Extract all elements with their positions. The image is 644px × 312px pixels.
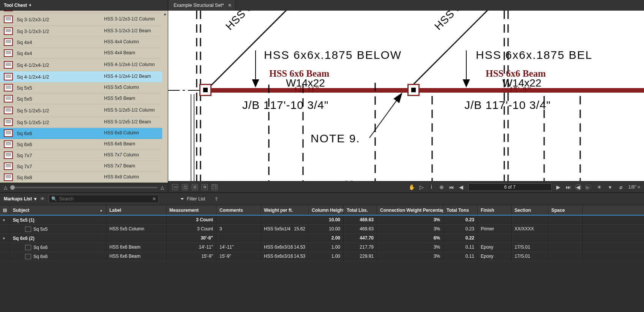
table-group-row[interactable]: ▾ Sq 6x6 (2) 30'-8" 2.00 447.70 6% 0.22 bbox=[0, 234, 644, 243]
tool-item-icon bbox=[4, 118, 13, 126]
first-page-icon[interactable]: ⏮ bbox=[448, 184, 455, 190]
close-icon[interactable]: ✕ bbox=[228, 3, 232, 8]
split-horizontal-icon[interactable]: ⊟ bbox=[192, 184, 198, 190]
search-input[interactable] bbox=[59, 196, 150, 202]
zoom-out-icon[interactable]: △ bbox=[4, 185, 7, 190]
drawing-len2: 15'-9" bbox=[509, 85, 532, 95]
column-subject[interactable]: Subject ▲ bbox=[10, 205, 106, 215]
drawing-jb1: J/B 117'-10 3/4" bbox=[242, 99, 329, 112]
column-height[interactable]: Column Height bbox=[309, 205, 344, 215]
tool-chest-item[interactable]: Sq 5-1/2x5-1/2HSS 5-1/2x5-1/2 Beam bbox=[0, 117, 162, 128]
pan-icon[interactable]: ✋ bbox=[409, 184, 415, 190]
single-page-icon[interactable]: ▭ bbox=[172, 184, 178, 190]
column-cwp[interactable]: Connection Weight Percentage bbox=[377, 205, 444, 215]
tool-chest-item[interactable]: Sq 5x5HSS 5x5 Beam bbox=[0, 93, 162, 104]
tool-chest-item[interactable]: Sq 6x6HSS 6x6 Beam bbox=[0, 139, 162, 150]
column-label[interactable]: Label bbox=[106, 205, 166, 215]
document-tab[interactable]: Example Structural Set* ✕ bbox=[168, 0, 236, 11]
collapse-icon[interactable]: ▾ bbox=[3, 218, 5, 222]
tool-chest-item[interactable]: Sq 4-1/2x4-1/2HSS 4-1/2x4-1/2 Column bbox=[0, 59, 162, 71]
markups-table: ⊟ Subject ▲ Label Measurement Comments W… bbox=[0, 205, 644, 312]
document-tabs: Example Structural Set* ✕ bbox=[168, 0, 644, 11]
last-page-icon[interactable]: ⏭ bbox=[565, 184, 571, 190]
tool-item-desc: HSS 4x4 Beam bbox=[104, 50, 160, 55]
tool-chest-header[interactable]: Tool Chest ▾ bbox=[0, 0, 168, 11]
select-icon[interactable]: ▷ bbox=[419, 184, 425, 190]
svg-line-19 bbox=[369, 96, 400, 138]
export-icon[interactable]: ⇪ bbox=[215, 196, 218, 202]
tool-item-desc: HSS 3-1/2x3-1/2 Beam bbox=[104, 28, 160, 33]
tool-chest-item[interactable]: Sq 4-1/2x4-1/2HSS 4-1/2x4-1/2 Beam bbox=[0, 71, 162, 82]
text-select-icon[interactable]: Ꭵ bbox=[429, 184, 435, 190]
column-finish[interactable]: Finish bbox=[478, 205, 511, 215]
drawing-len1: 14'-11" bbox=[294, 85, 319, 95]
dim-icon[interactable]: ⌀ bbox=[618, 184, 624, 190]
tool-item-desc: HSS 6x6 Beam bbox=[104, 142, 160, 147]
next-page-icon[interactable]: ▶ bbox=[556, 184, 562, 190]
collapse-icon[interactable]: ▾ bbox=[3, 236, 5, 240]
column-section[interactable]: Section bbox=[511, 205, 548, 215]
clear-search-icon[interactable]: ✕ bbox=[152, 196, 156, 202]
tool-chest-list[interactable]: Sq 3x3HSS 3x3 BeamSq 3-1/2x3-1/2HSS 3-1/… bbox=[0, 11, 162, 183]
filter-icon: ⏷ bbox=[180, 196, 185, 202]
chevron-down-icon[interactable]: ▾ bbox=[607, 184, 613, 190]
tool-chest-item[interactable]: Sq 7x7HSS 7x7 Column bbox=[0, 150, 162, 161]
zoom-label[interactable]: 1/8" = bbox=[628, 184, 640, 190]
tool-chest-scrollbar[interactable]: ▲ bbox=[162, 11, 168, 183]
markups-search[interactable]: 🔍 ✕ bbox=[49, 195, 159, 203]
tool-item-icon bbox=[4, 38, 13, 46]
markup-icon bbox=[25, 227, 31, 232]
brightness-icon[interactable]: ☀ bbox=[597, 184, 603, 190]
tool-chest-item[interactable]: Sq 3-1/2x3-1/2HSS 3-1/2x3-1/2 Beam bbox=[0, 26, 162, 37]
tool-chest-item[interactable]: Sq 5x5HSS 5x5 Column bbox=[0, 82, 162, 93]
new-window-icon[interactable]: ⧉ bbox=[202, 184, 208, 190]
split-vertical-icon[interactable]: ◫ bbox=[182, 184, 188, 190]
tool-chest-item[interactable]: Sq 3x3HSS 3x3 Beam bbox=[0, 11, 162, 13]
drawing-jb2: J/B 117'-10 3/4" bbox=[464, 99, 551, 112]
visibility-icon[interactable]: 👁 bbox=[40, 196, 45, 202]
tool-chest-panel: Tool Chest ▾ Sq 3x3HSS 3x3 BeamSq 3-1/2x… bbox=[0, 0, 168, 192]
tool-item-name: Sq 7x7 bbox=[17, 153, 104, 158]
nav-back-icon[interactable]: ◀ bbox=[575, 184, 581, 190]
table-group-row[interactable]: ▾ Sq 5x5 (1) 3 Count 10.00 469.63 3% 0.2… bbox=[0, 216, 644, 225]
tool-chest-item[interactable]: Sq 4x4HSS 4x4 Column bbox=[0, 37, 162, 48]
tool-item-desc: HSS 4x4 Column bbox=[104, 39, 160, 44]
tool-item-icon bbox=[4, 129, 13, 137]
column-weight-per-ft[interactable]: Weight per ft. bbox=[261, 205, 309, 215]
tool-chest-item[interactable]: Sq 7x7HSS 7x7 Beam bbox=[0, 161, 162, 172]
table-row[interactable]: Sq 5x5 HSS 5x5 Column 3 Count 3 HSS 5x5x… bbox=[0, 225, 644, 234]
zoom-slider[interactable] bbox=[10, 187, 158, 188]
filter-list-button[interactable]: ⏷ Filter List bbox=[180, 196, 205, 202]
nav-fwd-icon[interactable]: ▶ bbox=[585, 184, 591, 190]
tool-item-name: Sq 5-1/2x5-1/2 bbox=[17, 120, 104, 125]
tool-chest-body: Sq 3x3HSS 3x3 BeamSq 3-1/2x3-1/2HSS 3-1/… bbox=[0, 11, 168, 183]
page-indicator[interactable]: 6 of 7 bbox=[468, 183, 552, 191]
drawing-marker-1[interactable] bbox=[199, 84, 212, 96]
tool-chest-item[interactable]: Sq 3-1/2x3-1/2HSS 3-1/2x3-1/2 Column bbox=[0, 13, 162, 26]
tool-item-icon bbox=[4, 49, 13, 57]
markups-title[interactable]: Markups List ▾ bbox=[4, 196, 36, 202]
column-total-lbs[interactable]: Total Lbs. bbox=[344, 205, 377, 215]
layout-icon[interactable]: ⿹ bbox=[212, 184, 218, 190]
column-toggle[interactable]: ⊟ bbox=[0, 205, 10, 215]
column-comments[interactable]: Comments bbox=[216, 205, 261, 215]
tool-chest-item[interactable]: Sq 8x8HSS 8x8 Column bbox=[0, 172, 162, 183]
table-row[interactable]: Sq 6x6 HSS 6x6 Beam 14'-11" 14'-11" HSS … bbox=[0, 243, 644, 252]
search-icon: 🔍 bbox=[51, 196, 57, 202]
svg-marker-20 bbox=[394, 93, 402, 102]
tool-item-name: Sq 4-1/2x4-1/2 bbox=[17, 74, 104, 80]
drawing-canvas[interactable]: HSS 5x5x.25 HSS 5x5x.25 HSS 6x6x.1875 BE… bbox=[168, 11, 644, 181]
zoom-icon[interactable]: ⊕ bbox=[439, 184, 445, 190]
column-tons[interactable]: Total Tons bbox=[444, 205, 478, 215]
column-space[interactable]: Space bbox=[548, 205, 582, 215]
table-row[interactable]: Sq 6x6 HSS 6x6 Beam 15'-9" 15'-9" HSS 6x… bbox=[0, 252, 644, 261]
scroll-up-icon[interactable]: ▲ bbox=[163, 12, 167, 16]
zoom-in-icon[interactable]: △ bbox=[161, 185, 164, 190]
drawing-marker-2[interactable] bbox=[407, 84, 420, 96]
prev-page-icon[interactable]: ◀ bbox=[458, 184, 464, 190]
tool-item-icon bbox=[4, 73, 13, 80]
tool-chest-item[interactable]: Sq 6x6HSS 6x6 Column bbox=[0, 128, 162, 139]
tool-chest-item[interactable]: Sq 5-1/2x5-1/2HSS 5-1/2x5-1/2 Column bbox=[0, 104, 162, 117]
column-measurement[interactable]: Measurement bbox=[166, 205, 216, 215]
tool-chest-item[interactable]: Sq 4x4HSS 4x4 Beam bbox=[0, 48, 162, 59]
